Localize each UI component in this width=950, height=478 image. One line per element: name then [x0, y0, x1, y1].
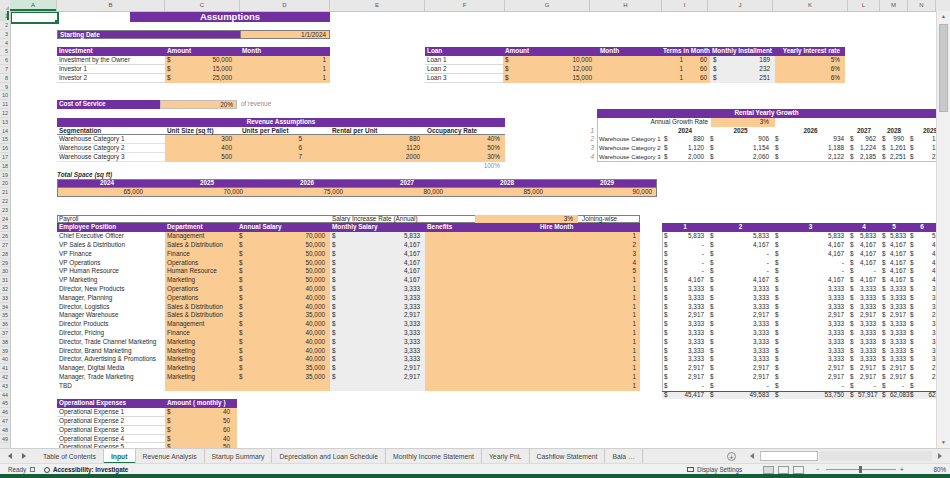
loan-installment[interactable]: 251 — [720, 74, 770, 83]
payroll-position[interactable]: Director, New Products — [59, 285, 164, 294]
payroll-department[interactable]: Finance — [167, 250, 237, 259]
sheet-tab-monthly-income-statement[interactable]: Monthly Income Statement — [386, 449, 482, 464]
payroll-position[interactable]: VP Finance — [59, 250, 164, 259]
payroll-department[interactable]: Sales & Distribution — [167, 311, 237, 320]
loan-interest[interactable]: 6% — [780, 74, 840, 83]
starting-date-value[interactable]: 1/1/2024 — [240, 30, 330, 39]
row-header-39[interactable]: 39 — [0, 347, 9, 356]
sheet-tab-depreciation-and-loan-schedule[interactable]: Depreciation and Loan Schedule — [272, 449, 386, 464]
loan-amount[interactable]: 10,000 — [515, 56, 592, 65]
row-header-44[interactable]: 44 — [0, 391, 9, 400]
row-header-30[interactable]: 30 — [0, 267, 9, 276]
selected-cell-outline[interactable] — [10, 11, 59, 24]
payroll-hire-month[interactable]: 1 — [527, 329, 636, 338]
scroll-down-icon[interactable]: ▼ — [937, 437, 950, 448]
row-header-18[interactable]: 18 — [0, 162, 9, 171]
loan-amount[interactable]: 12,000 — [515, 65, 592, 74]
row-header-14[interactable]: 14 — [0, 127, 9, 136]
payroll-hire-month[interactable]: 1 — [527, 373, 636, 382]
column-header-D[interactable]: D — [240, 0, 330, 11]
total-space-value[interactable]: 80,000 — [357, 188, 443, 197]
cost-of-service-value[interactable]: 20% — [160, 100, 237, 109]
horizontal-scroll-thumb[interactable] — [760, 451, 818, 461]
payroll-department[interactable]: Marketing — [167, 355, 237, 364]
column-header-G[interactable]: G — [505, 0, 590, 11]
payroll-hire-month[interactable]: 1 — [527, 364, 636, 373]
payroll-position[interactable]: Manager, Digital Media — [59, 364, 164, 373]
opex-label[interactable]: Operational Expense 4 — [59, 435, 163, 444]
row-header-12[interactable]: 12 — [0, 109, 9, 118]
loan-terms[interactable]: 60 — [660, 65, 707, 74]
sheet-tab-yearly-pnl[interactable]: Yearly PnL — [482, 449, 530, 464]
total-space-value[interactable]: 90,000 — [557, 188, 652, 197]
payroll-position[interactable]: Director Products — [59, 320, 164, 329]
row-header-15[interactable]: 15 — [0, 135, 9, 144]
row-header-29[interactable]: 29 — [0, 259, 9, 268]
row-header-8[interactable]: 8 — [0, 74, 9, 83]
payroll-department[interactable]: Finance — [167, 329, 237, 338]
loan-amount[interactable]: 15,000 — [515, 74, 592, 83]
payroll-annual-salary[interactable]: 35,000 — [249, 364, 325, 373]
payroll-department[interactable]: Marketing — [167, 347, 237, 356]
salary-increase-value[interactable]: 3% — [475, 215, 578, 223]
payroll-department[interactable]: Human Resource — [167, 267, 237, 276]
row-header-20[interactable]: 20 — [0, 179, 9, 188]
investment-row-label[interactable]: Investment by the Owner — [59, 56, 163, 65]
row-header-36[interactable]: 36 — [0, 320, 9, 329]
investment-amount[interactable]: 15,000 — [175, 65, 232, 74]
payroll-annual-salary[interactable]: 40,000 — [249, 355, 325, 364]
investment-amount[interactable]: 50,000 — [175, 56, 232, 65]
payroll-annual-salary[interactable]: 40,000 — [249, 294, 325, 303]
revenue-unit-size[interactable]: 400 — [177, 144, 232, 153]
payroll-annual-salary[interactable]: 50,000 — [249, 250, 325, 259]
column-header-L[interactable]: L — [848, 0, 880, 11]
row-header-38[interactable]: 38 — [0, 338, 9, 347]
row-header-46[interactable]: 46 — [0, 408, 9, 417]
column-header-A[interactable]: A — [10, 0, 57, 11]
column-header-I[interactable]: I — [662, 0, 708, 11]
payroll-hire-month[interactable]: 3 — [527, 250, 636, 259]
payroll-annual-salary[interactable]: 35,000 — [249, 311, 325, 320]
sheet-tab-startup-summary[interactable]: Startup Summary — [205, 449, 273, 464]
revenue-rental-per-unit[interactable]: 1120 — [357, 144, 420, 153]
payroll-department[interactable]: Marketing — [167, 373, 237, 382]
payroll-hire-month[interactable]: 2 — [527, 241, 636, 250]
opex-label[interactable]: Operational Expense 3 — [59, 426, 163, 435]
payroll-hire-month[interactable]: 1 — [527, 285, 636, 294]
payroll-position[interactable]: Manager Warehouse — [59, 311, 164, 320]
zoom-slider-thumb[interactable] — [859, 466, 862, 473]
revenue-units-per-pallet[interactable]: 6 — [247, 144, 302, 153]
view-normal-icon[interactable] — [763, 466, 774, 474]
rental-category-label[interactable]: Warehouse Category 1 — [599, 135, 663, 144]
column-header-F[interactable]: F — [425, 0, 505, 11]
row-header-6[interactable]: 6 — [0, 56, 9, 65]
revenue-unit-size[interactable]: 300 — [177, 135, 232, 144]
payroll-position[interactable]: VP Operations — [59, 259, 164, 268]
payroll-hire-month[interactable]: 4 — [527, 259, 636, 268]
row-header-26[interactable]: 26 — [0, 232, 9, 241]
payroll-position[interactable]: VP Human Resource — [59, 267, 164, 276]
revenue-occupancy[interactable]: 30% — [447, 153, 500, 162]
row-header-33[interactable]: 33 — [0, 294, 9, 303]
view-page-break-icon[interactable] — [793, 466, 804, 474]
row-header-41[interactable]: 41 — [0, 364, 9, 373]
payroll-department[interactable]: Operations — [167, 294, 237, 303]
sheet-tab-bala[interactable]: Bala … — [605, 449, 642, 464]
revenue-segment-label[interactable]: Warehouse Category 2 — [59, 144, 163, 153]
investment-month[interactable]: 1 — [257, 74, 326, 83]
row-header-7[interactable]: 7 — [0, 65, 9, 74]
row-header-19[interactable]: 19 — [0, 171, 9, 180]
payroll-annual-salary[interactable]: 40,000 — [249, 338, 325, 347]
payroll-department[interactable]: Sales & Distribution — [167, 303, 237, 312]
sheet-tab-cashflow-statement[interactable]: Cashflow Statement — [530, 449, 606, 464]
row-header-31[interactable]: 31 — [0, 276, 9, 285]
revenue-rental-per-unit[interactable]: 2000 — [357, 153, 420, 162]
payroll-annual-salary[interactable]: 40,000 — [249, 303, 325, 312]
loan-interest[interactable]: 6% — [780, 65, 840, 74]
selection-fill-handle[interactable] — [55, 20, 58, 23]
row-header-5[interactable]: 5 — [0, 47, 9, 56]
rental-category-label[interactable]: Warehouse Category 2 — [599, 144, 663, 153]
payroll-hire-month[interactable]: 1 — [527, 338, 636, 347]
row-header-21[interactable]: 21 — [0, 188, 9, 197]
row-header-28[interactable]: 28 — [0, 250, 9, 259]
